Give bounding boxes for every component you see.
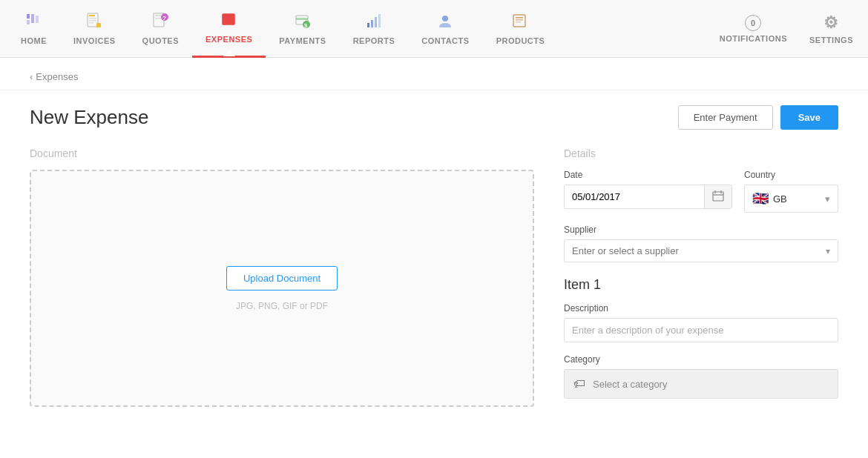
category-label: Category bbox=[564, 354, 838, 365]
products-icon bbox=[512, 13, 528, 33]
upload-area[interactable]: Upload Document JPG, PNG, GIF or PDF bbox=[30, 170, 534, 407]
nav-item-products[interactable]: PRODUCTS bbox=[483, 0, 559, 58]
page-content: New Expense Enter Payment Save Document … bbox=[0, 90, 868, 422]
svg-rect-23 bbox=[371, 20, 373, 27]
svg-rect-0 bbox=[27, 14, 30, 19]
svg-rect-11 bbox=[155, 15, 161, 16]
upload-hint: JPG, PNG, GIF or PDF bbox=[236, 301, 328, 311]
item-heading: Item 1 bbox=[564, 277, 838, 293]
svg-rect-31 bbox=[713, 192, 723, 201]
page-title: New Expense bbox=[30, 106, 148, 129]
svg-rect-30 bbox=[516, 21, 521, 23]
description-label: Description bbox=[564, 303, 838, 313]
svg-rect-8 bbox=[89, 22, 93, 24]
nav-label-home: HOME bbox=[21, 36, 47, 45]
nav-item-expenses[interactable]: EXPENSES bbox=[192, 0, 266, 58]
page-header: New Expense Enter Payment Save bbox=[30, 105, 838, 130]
reports-icon bbox=[366, 13, 382, 33]
svg-rect-28 bbox=[516, 17, 523, 19]
svg-rect-15 bbox=[223, 14, 234, 24]
document-section-label: Document bbox=[30, 147, 534, 159]
date-country-row: Date Country 🇬🇧 GB bbox=[564, 170, 838, 213]
nav-item-contacts[interactable]: CONTACTS bbox=[408, 0, 482, 58]
header-actions: Enter Payment Save bbox=[678, 105, 838, 130]
country-select[interactable]: 🇬🇧 GB ▾ bbox=[744, 185, 838, 213]
svg-rect-9 bbox=[96, 23, 101, 27]
date-input-wrapper bbox=[564, 185, 732, 209]
nav-right: 0 NOTIFICATIONS ⚙ SETTINGS bbox=[712, 13, 861, 44]
country-dropdown-arrow: ▾ bbox=[825, 193, 830, 205]
home-icon bbox=[25, 13, 43, 33]
svg-rect-27 bbox=[513, 15, 525, 27]
details-column: Details Date Country 🇬 bbox=[564, 147, 838, 407]
enter-payment-button[interactable]: Enter Payment bbox=[678, 105, 773, 130]
two-column-layout: Document Upload Document JPG, PNG, GIF o… bbox=[30, 147, 838, 407]
breadcrumb-back[interactable]: ‹ Expenses bbox=[30, 71, 838, 82]
quotes-icon: ? bbox=[152, 13, 168, 33]
svg-point-26 bbox=[442, 16, 448, 21]
country-flag: 🇬🇧 bbox=[752, 190, 769, 207]
svg-text:$: $ bbox=[304, 22, 308, 29]
upload-document-button[interactable]: Upload Document bbox=[226, 266, 338, 291]
svg-rect-22 bbox=[367, 23, 369, 27]
supplier-dropdown[interactable]: ▾ bbox=[564, 239, 838, 262]
description-group: Description bbox=[564, 303, 838, 342]
back-arrow: ‹ bbox=[30, 71, 33, 82]
top-nav: HOME INVOICES ? QUOTES EXPENSES bbox=[0, 0, 868, 58]
breadcrumb-text: Expenses bbox=[36, 71, 78, 82]
svg-rect-1 bbox=[27, 20, 30, 24]
category-group: Category 🏷 Select a category bbox=[564, 354, 838, 399]
category-tag-icon: 🏷 bbox=[573, 377, 585, 391]
nav-item-reports[interactable]: REPORTS bbox=[340, 0, 409, 58]
invoices-icon bbox=[86, 13, 102, 33]
nav-label-payments: PAYMENTS bbox=[279, 36, 326, 45]
notifications-button[interactable]: 0 NOTIFICATIONS bbox=[712, 15, 795, 43]
calendar-icon[interactable] bbox=[704, 185, 731, 208]
nav-item-home[interactable]: HOME bbox=[7, 0, 60, 58]
country-group: Country 🇬🇧 GB ▾ bbox=[744, 170, 838, 213]
svg-rect-24 bbox=[375, 17, 377, 27]
category-select[interactable]: 🏷 Select a category bbox=[564, 369, 838, 399]
nav-item-payments[interactable]: $ PAYMENTS bbox=[266, 0, 339, 58]
supplier-label: Supplier bbox=[564, 225, 838, 235]
country-value: GB bbox=[773, 193, 787, 205]
nav-item-quotes[interactable]: ? QUOTES bbox=[129, 0, 192, 58]
svg-rect-5 bbox=[89, 15, 95, 16]
payments-icon: $ bbox=[295, 13, 311, 33]
category-placeholder: Select a category bbox=[593, 379, 667, 390]
breadcrumb-bar: ‹ Expenses bbox=[0, 58, 868, 90]
settings-button[interactable]: ⚙ SETTINGS bbox=[802, 13, 861, 44]
date-label: Date bbox=[564, 170, 732, 180]
svg-rect-25 bbox=[378, 14, 381, 27]
expenses-icon bbox=[221, 11, 237, 32]
date-input[interactable] bbox=[565, 186, 704, 208]
country-label: Country bbox=[744, 170, 838, 180]
nav-item-invoices[interactable]: INVOICES bbox=[60, 0, 129, 58]
nav-items: HOME INVOICES ? QUOTES EXPENSES bbox=[7, 0, 712, 58]
svg-rect-29 bbox=[516, 19, 523, 21]
notifications-badge: 0 bbox=[745, 15, 761, 31]
nav-label-contacts: CONTACTS bbox=[421, 36, 469, 45]
supplier-arrow-icon: ▾ bbox=[826, 246, 830, 256]
svg-text:?: ? bbox=[162, 15, 166, 21]
contacts-icon bbox=[437, 13, 453, 33]
description-input[interactable] bbox=[564, 318, 838, 342]
svg-rect-19 bbox=[296, 18, 308, 20]
svg-rect-17 bbox=[225, 20, 228, 22]
svg-rect-7 bbox=[89, 20, 96, 21]
svg-rect-16 bbox=[223, 16, 234, 19]
details-section-label: Details bbox=[564, 147, 838, 159]
nav-label-expenses: EXPENSES bbox=[206, 35, 252, 44]
save-button[interactable]: Save bbox=[780, 105, 838, 130]
nav-label-invoices: INVOICES bbox=[73, 36, 116, 45]
supplier-group: Supplier ▾ bbox=[564, 225, 838, 262]
date-group: Date bbox=[564, 170, 732, 213]
supplier-input[interactable] bbox=[572, 245, 826, 256]
nav-label-reports: REPORTS bbox=[353, 36, 395, 45]
svg-rect-2 bbox=[31, 14, 34, 23]
nav-label-quotes: QUOTES bbox=[142, 36, 179, 45]
settings-icon: ⚙ bbox=[823, 13, 839, 33]
nav-label-products: PRODUCTS bbox=[496, 36, 545, 45]
svg-rect-6 bbox=[89, 18, 96, 19]
document-column: Document Upload Document JPG, PNG, GIF o… bbox=[30, 147, 534, 407]
